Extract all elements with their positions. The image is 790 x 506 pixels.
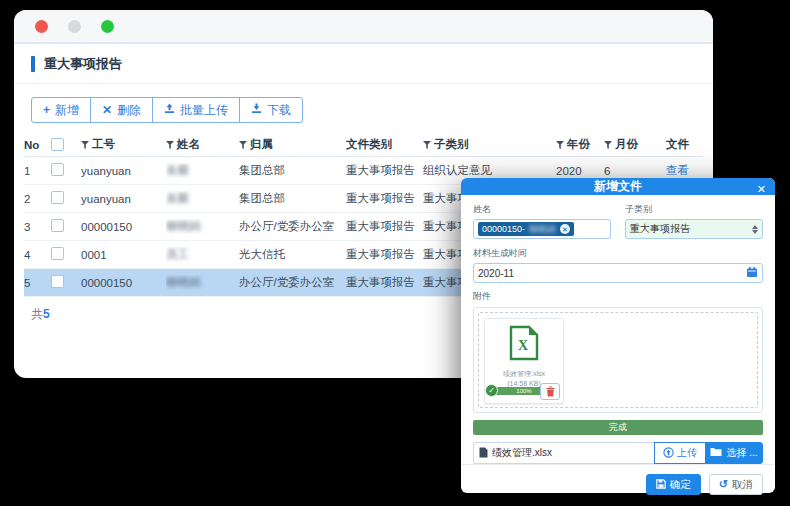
row-name: 袁颖 [166, 163, 239, 178]
row-job-no: 00000150 [81, 277, 166, 289]
x-icon: ✕ [102, 103, 112, 117]
modal-title: 新增文件 [594, 178, 642, 195]
chevron-updown-icon [752, 225, 758, 234]
plus-icon: + [43, 103, 50, 117]
row-no: 3 [24, 221, 51, 233]
select-all-checkbox[interactable] [51, 138, 64, 151]
header-year[interactable]: 年份 [556, 137, 604, 152]
header-job-no[interactable]: 工号 [81, 137, 166, 152]
row-file: 查看 [656, 163, 703, 178]
name-field-label: 姓名 [473, 203, 611, 216]
modal-footer: 确定 ↺ 取消 [461, 464, 775, 506]
row-job-no: 0001 [81, 249, 166, 261]
date-input[interactable]: 2020-11 [473, 263, 763, 283]
subcategory-field-label: 子类别 [625, 203, 763, 216]
row-belong: 办公厅/党委办公室 [239, 275, 346, 290]
attachment-panel: X 绩效管理.xlsx (14.58 KB) 100% ✓ [473, 307, 763, 413]
row-file-category: 重大事项报告 [346, 275, 423, 290]
header-select-all [51, 138, 81, 151]
filter-icon[interactable] [239, 141, 247, 149]
row-no: 1 [24, 165, 51, 177]
title-accent-bar [31, 56, 35, 72]
header-belong[interactable]: 归属 [239, 137, 346, 152]
close-window-button[interactable] [35, 20, 48, 33]
name-input[interactable]: 00000150-柳晓娟 ✕ [473, 219, 611, 239]
row-file-category: 重大事项报告 [346, 219, 423, 234]
row-file-category: 重大事项报告 [346, 191, 423, 206]
filter-icon[interactable] [556, 141, 564, 149]
header-sub-category[interactable]: 子类别 [423, 137, 556, 152]
row-year: 2020 [556, 165, 604, 177]
folder-icon [710, 447, 722, 459]
row-checkbox[interactable] [51, 219, 64, 232]
filter-icon[interactable] [81, 141, 89, 149]
filter-icon[interactable] [604, 141, 612, 149]
dropzone[interactable]: X 绩效管理.xlsx (14.58 KB) 100% ✓ [478, 312, 758, 408]
selected-file-input[interactable]: 绩效管理.xlsx [473, 442, 654, 464]
file-input-group: 绩效管理.xlsx 上传 选择 ... [473, 442, 763, 464]
header-no: No [24, 139, 51, 151]
choose-button[interactable]: 选择 ... [705, 442, 763, 464]
save-icon [656, 479, 666, 491]
page-title: 重大事项报告 [44, 55, 122, 73]
file-card-size: (14.58 KB) [507, 380, 540, 387]
row-file-category: 重大事项报告 [346, 163, 423, 178]
close-icon[interactable]: ✕ [757, 184, 766, 195]
confirm-button[interactable]: 确定 [646, 474, 701, 495]
row-belong: 办公厅/党委办公室 [239, 219, 346, 234]
header-month[interactable]: 月份 [604, 137, 656, 152]
row-no: 5 [24, 277, 51, 289]
row-name: 柳晓娟 [166, 219, 239, 234]
calendar-icon[interactable] [746, 266, 758, 280]
check-circle-icon: ✓ [485, 384, 498, 397]
row-checkbox[interactable] [51, 191, 64, 204]
row-select [51, 275, 81, 290]
row-name: 柳晓娟 [166, 275, 239, 290]
row-select [51, 247, 81, 262]
upload-icon [164, 103, 175, 117]
header-file-category: 文件类别 [346, 137, 423, 152]
tag-remove-icon[interactable]: ✕ [560, 224, 570, 234]
date-field-label: 材料生成时间 [473, 247, 763, 260]
header-name[interactable]: 姓名 [166, 137, 239, 152]
modal-body: 姓名 00000150-柳晓娟 ✕ 子类别 重大事项报告 材料生成时间 [461, 195, 775, 464]
minimize-window-button[interactable] [68, 20, 81, 33]
view-file-link[interactable]: 查看 [666, 164, 689, 176]
add-button[interactable]: + 新增 [31, 97, 91, 123]
file-card-name: 绩效管理.xlsx [503, 369, 545, 379]
download-button[interactable]: 下载 [239, 97, 303, 123]
upload-circle-icon [663, 447, 674, 460]
svg-text:X: X [518, 338, 528, 353]
row-no: 2 [24, 193, 51, 205]
row-month: 6 [604, 165, 656, 177]
attachment-field-label: 附件 [473, 290, 763, 303]
maximize-window-button[interactable] [101, 20, 114, 33]
delete-file-button[interactable] [540, 383, 560, 400]
cancel-button[interactable]: ↺ 取消 [709, 474, 763, 495]
batch-upload-button[interactable]: 批量上传 [152, 97, 240, 123]
upload-progressbar: 完成 [473, 420, 763, 435]
row-checkbox[interactable] [51, 163, 64, 176]
row-select [51, 219, 81, 234]
row-checkbox[interactable] [51, 275, 64, 288]
file-icon [479, 447, 488, 460]
name-tag: 00000150-柳晓娟 ✕ [478, 222, 574, 236]
upload-button[interactable]: 上传 [654, 442, 706, 464]
window-titlebar [14, 10, 713, 44]
row-job-no: 00000150 [81, 221, 166, 233]
trash-icon [546, 386, 555, 397]
filter-icon[interactable] [166, 141, 174, 149]
filter-icon[interactable] [423, 141, 431, 149]
modal-header: 新增文件 ✕ [461, 178, 775, 195]
row-select [51, 163, 81, 178]
excel-file-icon: X [509, 325, 539, 365]
subcategory-select[interactable]: 重大事项报告 [625, 219, 763, 239]
row-sub-category: 组织认定意见 [423, 163, 556, 178]
row-checkbox[interactable] [51, 247, 64, 260]
row-no: 4 [24, 249, 51, 261]
row-select [51, 191, 81, 206]
row-name: 袁颖 [166, 191, 239, 206]
row-job-no: yuanyuan [81, 193, 166, 205]
row-name: 员工 [166, 247, 239, 262]
delete-button[interactable]: ✕ 删除 [90, 97, 153, 123]
